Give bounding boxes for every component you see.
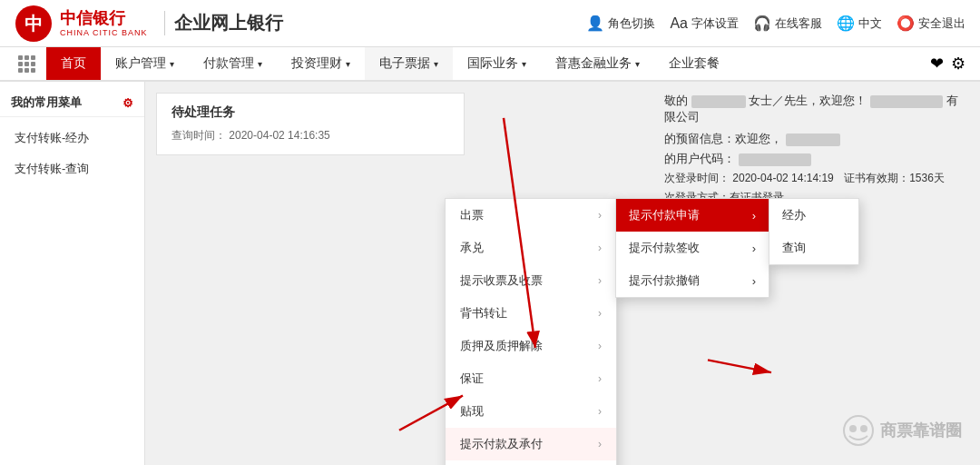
submenu-payment-apply[interactable]: 提示付款申请 › [616,199,769,232]
nav-package-label: 企业套餐 [669,55,720,72]
menu-item-pledge-arrow: › [598,340,602,352]
nav-item-ebill[interactable]: 电子票据 ▾ [365,47,453,80]
query-time-value: 2020-04-02 14:16:35 [229,129,329,142]
header: 中 中信银行 CHINA CITIC BANK 企业网上银行 👤 角色切换 Aa… [0,0,980,47]
sidebar-item-payment-query[interactable]: 支付转账-查询 [0,153,144,184]
greeting-suffix: 女士／先生，欢迎您！ [749,94,867,107]
nav-expand-icon[interactable]: ❤ [930,54,944,74]
submenu-apply-query-label: 查询 [782,241,806,254]
submenu-apply-handle[interactable]: 经办 [769,199,858,232]
submenu-payment-cancel-label: 提示付款撤销 [629,272,700,289]
user-name-redacted [691,95,746,108]
sidebar-header: 我的常用菜单 ⚙ [0,89,144,117]
role-switch-label: 角色切换 [608,15,655,32]
menu-item-guarantee-arrow: › [598,372,602,385]
nav-item-payment[interactable]: 付款管理 ▾ [189,47,277,80]
nav-item-investment[interactable]: 投资理财 ▾ [277,47,365,80]
nav-item-account[interactable]: 账户管理 ▾ [101,47,189,80]
menu-item-acceptance[interactable]: 承兑 › [446,232,616,264]
sidebar-item-payment-handle[interactable]: 支付转账-经办 [0,123,144,153]
submenu-payment-cancel-arrow: › [752,274,756,288]
login-time-line: 次登录时间： 2020-04-02 14:14:19 证书有效期：1536天 [664,171,969,186]
headset-icon: 🎧 [753,15,771,32]
menu-item-pledge[interactable]: 质押及质押解除 › [446,330,616,362]
menu-item-recourse[interactable]: 追索通知及同意清偿 › [446,460,616,465]
menu-item-endorsement-label: 背书转让 [460,305,507,322]
submenu-payment-sign[interactable]: 提示付款签收 › [616,232,769,264]
menu-item-ticket-issue-label: 出票 [460,207,484,223]
nav-home-label: 首页 [61,55,86,72]
logo-area: 中 中信银行 CHINA CITIC BANK 企业网上银行 [15,5,283,43]
menu-item-present-receipt[interactable]: 提示收票及收票 › [446,264,616,297]
pending-task-title: 待处理任务 [172,104,449,121]
menu-item-ticket-issue[interactable]: 出票 › [446,199,616,232]
font-settings-button[interactable]: Aa 字体设置 [670,15,739,32]
menu-item-discount-arrow: › [598,405,602,418]
nav-item-inclusive[interactable]: 普惠金融业务 ▾ [541,47,654,80]
online-service-button[interactable]: 🎧 在线客服 [753,15,822,32]
nav-payment-label: 付款管理 [203,55,254,72]
sidebar-title: 我的常用菜单 [11,94,82,111]
bank-name: 中信银行 CHINA CITIC BANK [60,9,148,38]
reservation-info: 的预留信息：欢迎您， [664,131,969,147]
submenu-payment-apply-label: 提示付款申请 [629,207,700,223]
bank-logo: 中 [15,5,53,43]
menu-item-guarantee-label: 保证 [460,371,484,387]
font-settings-label: 字体设置 [691,15,739,32]
submenu-present-payment[interactable]: 提示付款申请 › 提示付款签收 › 提示付款撤销 › [615,198,769,298]
submenu-payment-sign-label: 提示付款签收 [629,240,700,256]
header-right: 👤 角色切换 Aa 字体设置 🎧 在线客服 🌐 中文 ⭕ 安全退出 [586,15,965,32]
language-button[interactable]: 🌐 中文 [837,15,882,32]
nav-investment-arrow: ▾ [346,59,350,69]
nav-international-label: 国际业务 [467,55,518,72]
menu-item-acceptance-arrow: › [598,242,602,254]
nav-settings-icon[interactable]: ⚙ [951,54,965,74]
exit-icon: ⭕ [897,15,915,32]
navbar: 首页 账户管理 ▾ 付款管理 ▾ 投资理财 ▾ 电子票据 ▾ 国际业务 ▾ 普惠… [0,47,980,82]
nav-inclusive-label: 普惠金融业务 [555,55,632,72]
sidebar-gear-icon[interactable]: ⚙ [122,96,133,110]
menu-item-discount[interactable]: 贴现 › [446,395,616,428]
company-name-redacted [870,95,943,108]
menu-item-acceptance-label: 承兑 [460,240,484,256]
submenu-payment-sign-arrow: › [752,242,756,255]
nav-ebill-arrow: ▾ [434,59,438,69]
nav-international-arrow: ▾ [522,59,526,69]
enterprise-title: 企业网上银行 [164,11,283,35]
nav-item-package[interactable]: 企业套餐 [654,47,734,80]
grid-menu-icon[interactable] [7,47,46,80]
menu-item-guarantee[interactable]: 保证 › [446,362,616,395]
menu-item-present-receipt-arrow: › [598,274,602,287]
user-code-line: 的用户代码： [664,151,969,167]
role-switch-button[interactable]: 👤 角色切换 [586,15,655,32]
online-service-label: 在线客服 [775,15,822,32]
nav-inclusive-arrow: ▾ [635,59,640,69]
safe-exit-label: 安全退出 [918,15,965,32]
pending-task-time: 查询时间： 2020-04-02 14:16:35 [172,128,449,143]
nav-investment-label: 投资理财 [291,55,342,72]
sidebar: 我的常用菜单 ⚙ 支付转账-经办 支付转账-查询 [0,82,145,465]
nav-item-home[interactable]: 首页 [46,47,101,80]
font-icon: Aa [670,15,688,32]
login-time-label: 次登录时间： [664,172,730,184]
nav-item-international[interactable]: 国际业务 ▾ [453,47,541,80]
person-icon: 👤 [586,15,604,32]
safe-exit-button[interactable]: ⭕ 安全退出 [897,15,965,32]
main-layout: 我的常用菜单 ⚙ 支付转账-经办 支付转账-查询 待处理任务 查询时间： 202… [0,82,980,465]
user-code-redacted [739,153,811,166]
svg-text:中: 中 [24,14,43,34]
greeting-label: 敬的 [664,94,688,107]
submenu-payment-cancel[interactable]: 提示付款撤销 › [616,264,769,297]
nav-account-arrow: ▾ [170,59,174,69]
menu-item-present-payment-label: 提示付款及承付 [460,436,543,452]
query-time-label: 查询时间： [172,129,226,142]
bank-name-cn: 中信银行 [60,9,148,29]
dropdown-menu-ebill[interactable]: 出票 › 承兑 › 提示收票及收票 › 背书转让 › 质押及质押解除 › 保证 … [445,198,617,465]
grid-dots [18,55,35,73]
cert-validity: 证书有效期：1536天 [844,172,945,184]
reservation-value-redacted [786,134,840,146]
submenu-payment-apply-options[interactable]: 经办 查询 [769,198,859,265]
submenu-apply-query[interactable]: 查询 [769,232,858,264]
menu-item-present-payment[interactable]: 提示付款及承付 › [446,428,616,460]
menu-item-endorsement[interactable]: 背书转让 › [446,297,616,330]
